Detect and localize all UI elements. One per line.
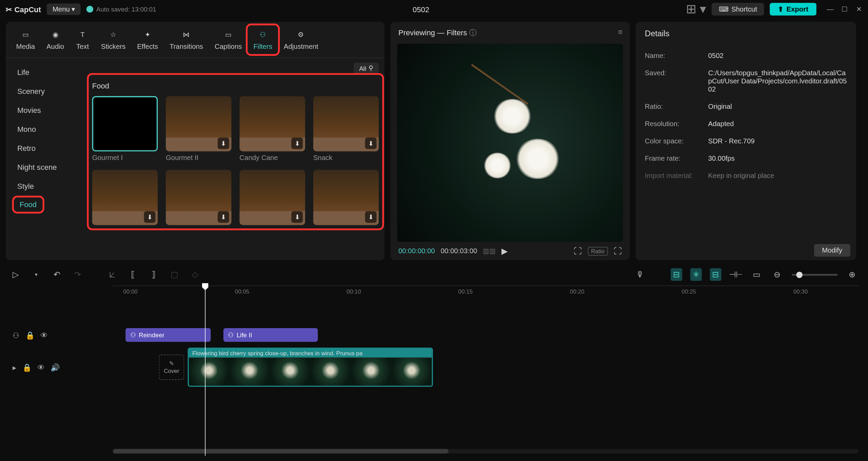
download-icon[interactable]: ⬇	[365, 211, 377, 223]
layout-icon[interactable]: ⊞ ▾	[686, 2, 706, 17]
zoom-slider[interactable]	[792, 274, 838, 275]
filter-card[interactable]: ⬇ Gourmet II	[166, 96, 232, 162]
eye-icon[interactable]: 👁	[40, 331, 48, 339]
trim-left-tool[interactable]: ⟦	[127, 268, 139, 281]
pointer-dropdown[interactable]: ▾	[30, 268, 42, 281]
fullscreen-icon[interactable]: ⛶	[614, 246, 622, 256]
align-tool[interactable]: ⊣⊢	[729, 268, 742, 281]
cat-food[interactable]: Food	[14, 197, 42, 212]
filter-thumb[interactable]: ⬇	[239, 170, 305, 225]
download-icon[interactable]: ⬇	[218, 211, 229, 223]
play-button[interactable]: ▶	[501, 246, 508, 256]
video-clip[interactable]: Flowering bird cherry spring close-up, b…	[188, 348, 433, 387]
filter-card[interactable]: ⬇	[239, 170, 305, 225]
mute-icon[interactable]: 🔊	[51, 363, 60, 372]
shield-tool[interactable]: ◇	[189, 268, 201, 281]
timeline-toolbar: ▷ ▾ ↶ ↷ ⟀ ⟦ ⟧ ▢ ◇ 🎙 ⊟ ✳ ⊟ ⊣⊢ ▭ ⊖ ⊕	[0, 264, 868, 286]
captions-icon: ▭	[221, 29, 235, 40]
adjustment-icon: ⚙	[294, 29, 308, 40]
modify-button[interactable]: Modify	[814, 244, 850, 257]
delete-tool[interactable]: ▢	[168, 268, 181, 281]
filter-clip-life[interactable]: ⚇ Life II	[223, 328, 318, 342]
info-icon[interactable]: ⓘ	[469, 28, 477, 37]
preview-tool[interactable]: ▭	[750, 268, 763, 281]
playhead[interactable]	[205, 285, 205, 456]
filter-all-button[interactable]: All ⚲	[353, 63, 379, 74]
tab-adjustment[interactable]: ⚙Adjustment	[278, 25, 324, 54]
undo-button[interactable]: ↶	[51, 268, 63, 281]
filter-thumb[interactable]: ⬇	[239, 96, 305, 152]
zoom-in-button[interactable]: ⊕	[846, 268, 858, 281]
timeline-ruler[interactable]: 00:00 00:05 00:10 00:15 00:20 00:25 00:3…	[113, 285, 859, 299]
preview-title: Previewing — Filters ⓘ	[398, 28, 477, 38]
preview-panel: Previewing — Filters ⓘ ≡ 00:00:00:00 00:…	[390, 22, 630, 260]
maximize-button[interactable]: ☐	[842, 5, 848, 13]
filter-thumb[interactable]: ⬇	[166, 170, 232, 225]
download-icon[interactable]: ⬇	[218, 138, 229, 149]
snap-tool-2[interactable]: ✳	[690, 268, 702, 281]
audio-icon: ◉	[48, 29, 62, 40]
cat-scenery[interactable]: Scenery	[6, 82, 86, 101]
download-icon[interactable]: ⬇	[291, 138, 303, 149]
trim-right-tool[interactable]: ⟧	[147, 268, 160, 281]
preview-viewport[interactable]	[397, 44, 623, 242]
filter-thumb[interactable]: ⬇	[92, 170, 158, 225]
filter-thumb[interactable]: ⬇	[313, 96, 379, 152]
preview-menu-icon[interactable]: ≡	[618, 28, 622, 38]
snap-tool-1[interactable]: ⊟	[671, 268, 682, 281]
cat-retro[interactable]: Retro	[6, 139, 86, 158]
filter-clip-reindeer[interactable]: ⚇ Reindeer	[125, 328, 211, 342]
library-panel: ▭Media ◉Audio TText ☆Stickers ✦Effects ⋈…	[6, 22, 384, 260]
shortcut-button[interactable]: ⌨ Shortcut	[712, 3, 764, 15]
lock-icon[interactable]: 🔒	[25, 331, 35, 339]
minimize-button[interactable]: —	[827, 5, 833, 13]
tab-filters[interactable]: ⚇Filters	[248, 25, 278, 54]
filter-track-icon[interactable]: ⚇	[13, 331, 19, 339]
tab-transitions[interactable]: ⋈Transitions	[164, 25, 209, 54]
filter-card[interactable]: ⬇ Snack	[313, 96, 379, 162]
download-icon[interactable]: ⬇	[144, 211, 156, 223]
download-icon[interactable]: ⬇	[365, 138, 377, 149]
filter-card[interactable]: ⬇ Candy Cane	[239, 96, 305, 162]
eye-icon[interactable]: 👁	[37, 363, 45, 372]
tab-stickers[interactable]: ☆Stickers	[95, 25, 131, 54]
tab-audio[interactable]: ◉Audio	[41, 25, 70, 54]
tab-media[interactable]: ▭Media	[11, 25, 41, 54]
library-tabs: ▭Media ◉Audio TText ☆Stickers ✦Effects ⋈…	[6, 22, 384, 58]
scale-icon[interactable]: ⛶	[574, 246, 582, 256]
filter-card[interactable]: ⬇	[313, 170, 379, 225]
check-icon	[86, 6, 93, 13]
mic-icon[interactable]: 🎙	[634, 268, 646, 281]
compare-icon[interactable]: ▥▥	[483, 247, 495, 255]
tab-text[interactable]: TText	[70, 25, 95, 54]
lock-icon[interactable]: 🔒	[22, 363, 32, 372]
chevron-down-icon: ▾	[72, 5, 75, 13]
cat-movies[interactable]: Movies	[6, 101, 86, 120]
filter-card[interactable]: Gourmet I	[92, 96, 158, 162]
menu-button[interactable]: Menu ▾	[47, 3, 81, 15]
tab-captions[interactable]: ▭Captions	[209, 25, 248, 54]
filter-thumb[interactable]: ⬇	[313, 170, 379, 225]
redo-button[interactable]: ↷	[72, 268, 84, 281]
pointer-tool[interactable]: ▷	[9, 268, 22, 281]
cat-night-scene[interactable]: Night scene	[6, 158, 86, 177]
filter-card[interactable]: ⬇	[166, 170, 232, 225]
zoom-out-button[interactable]: ⊖	[771, 268, 784, 281]
timeline-scrollbar[interactable]	[113, 449, 859, 454]
tab-effects[interactable]: ✦Effects	[131, 25, 164, 54]
ratio-badge[interactable]: Ratio	[588, 247, 608, 255]
cat-life[interactable]: Life	[6, 63, 86, 82]
cover-button[interactable]: ✎ Cover	[159, 355, 184, 380]
filter-category-sidebar: Life Scenery Movies Mono Retro Night sce…	[6, 58, 86, 260]
filter-thumb[interactable]: ⬇	[166, 96, 232, 152]
snap-tool-3[interactable]: ⊟	[710, 268, 722, 281]
download-icon[interactable]: ⬇	[291, 211, 303, 223]
export-button[interactable]: ⬆ Export	[770, 3, 816, 15]
cat-style[interactable]: Style	[6, 177, 86, 196]
filter-thumb[interactable]	[92, 96, 158, 152]
split-tool[interactable]: ⟀	[106, 268, 118, 281]
filter-card[interactable]: ⬇	[92, 170, 158, 225]
video-track-icon[interactable]: ▸	[13, 363, 17, 372]
cat-mono[interactable]: Mono	[6, 120, 86, 139]
close-button[interactable]: ✕	[856, 5, 862, 13]
